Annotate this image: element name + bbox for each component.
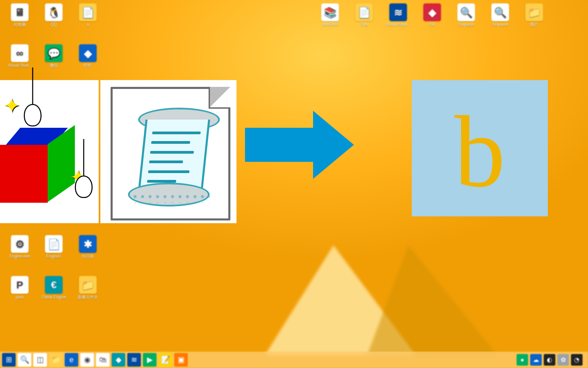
app-icon: 🖥 (11, 3, 29, 21)
desktop-icon[interactable]: 📄Tips (350, 3, 378, 27)
icon-label: Git (419, 22, 446, 27)
desktop-icon[interactable]: 📚WinRAR (316, 3, 344, 27)
icon-label: 微信 (40, 63, 67, 68)
chrome-button[interactable]: ◉ (80, 353, 94, 367)
tray-app-5[interactable]: ◔ (571, 354, 583, 366)
icon-label: Cheat Engine (40, 295, 67, 300)
vscode-button[interactable]: ≋ (127, 353, 141, 367)
desktop-icon[interactable]: ≋Visual Stud... (385, 3, 412, 27)
desktop-icon[interactable]: 📁新建文件夹 (74, 276, 101, 300)
app-icon: ⚙ (11, 235, 29, 253)
desktop[interactable]: 🖥此电脑🐧QQ📄a∞Visual Stud...💬微信◆钉钉 ⚙Engine.e… (0, 0, 588, 368)
icon-label: Visual Stud... (6, 63, 33, 68)
tray-app-4[interactable]: ✿ (557, 354, 569, 366)
overlay-arrow-right-icon (245, 109, 357, 181)
tray-app-2[interactable]: ☁ (530, 354, 542, 366)
app-icon: ✱ (79, 235, 97, 253)
app-icon: 📁 (79, 276, 97, 294)
icon-label: QQ (40, 22, 67, 27)
wallpaper-pyramid (265, 245, 538, 354)
desktop-icon[interactable]: 📄a (74, 3, 101, 27)
icon-label: WinRAR (316, 22, 344, 27)
desktop-icon[interactable]: ∞Visual Stud... (6, 44, 33, 68)
desktop-icon[interactable]: 🔍Snipaste (453, 3, 480, 27)
task-view-button[interactable]: ◫ (33, 353, 47, 367)
store-button[interactable]: 🛍 (96, 353, 110, 367)
desktop-icon[interactable]: 🐧QQ (40, 3, 67, 27)
tray-app-1[interactable]: ● (517, 354, 528, 366)
overlay-3d-cube-icon: ✦ ✦ (0, 80, 99, 223)
desktop-icon[interactable]: ✱向日葵 (74, 235, 101, 259)
tray-app-3[interactable]: ◐ (544, 354, 555, 366)
explorer-button[interactable]: 📁 (49, 353, 63, 367)
video-button[interactable]: ▣ (174, 353, 188, 367)
app-icon: 📁 (525, 3, 543, 21)
icon-label: 新建文件夹 (74, 295, 101, 300)
app-icon: P (11, 276, 29, 294)
edge-button[interactable]: e (65, 353, 78, 367)
icon-label: 钉钉 (74, 63, 101, 68)
search-button[interactable]: 🔍 (18, 353, 31, 367)
overlay-script-file-icon (100, 80, 236, 223)
desktop-icon[interactable]: 📄Engine2 (40, 235, 67, 259)
desktop-icon[interactable]: ◆Git (419, 3, 446, 27)
app-icon: ≋ (389, 3, 407, 21)
play-button[interactable]: ▶ (143, 353, 157, 367)
desktop-icon[interactable]: €Cheat Engine (40, 276, 67, 300)
app-icon: 📄 (79, 3, 97, 21)
icon-label: 图片 (521, 22, 548, 27)
desktop-icon[interactable]: ⚙Engine.exe (6, 235, 33, 259)
desktop-icon[interactable]: ◆钉钉 (74, 44, 101, 68)
icon-label: Engine.exe (6, 254, 33, 259)
icon-label: pixiv (6, 295, 33, 300)
icon-label: a (74, 22, 101, 27)
icon-label: 向日葵 (74, 254, 101, 259)
app-icon: 📄 (45, 235, 63, 253)
app-icon: 🔍 (491, 3, 509, 21)
app-icon: ◆ (79, 44, 97, 62)
b-tile-letter: b (454, 101, 505, 203)
desktop-icon[interactable]: Ppixiv (6, 276, 33, 300)
app-icon: 🔍 (457, 3, 475, 21)
taskbar: ⊞🔍◫📁e◉🛍◆≋▶📝▣ ●☁◐✿◔ (0, 352, 588, 368)
icon-label: Visual Stud... (385, 22, 412, 27)
notes-button[interactable]: 📝 (159, 353, 172, 367)
app-icon: ◆ (423, 3, 441, 21)
app-icon: 🐧 (45, 3, 63, 21)
app-icon: € (45, 276, 63, 294)
start-button[interactable]: ⊞ (2, 353, 16, 367)
app-icon: 📚 (321, 3, 339, 21)
icon-label: Engine2 (40, 254, 67, 259)
icon-label: Snipaste (453, 22, 480, 27)
app-icon: 💬 (45, 44, 63, 62)
icon-label: 此电脑 (6, 22, 33, 27)
app-icon: ∞ (11, 44, 29, 62)
icon-label: Tips (350, 22, 378, 27)
desktop-icon[interactable]: 🔍Snipaste (487, 3, 514, 27)
desktop-icon[interactable]: 🖥此电脑 (6, 3, 33, 27)
task-app[interactable]: ◆ (112, 353, 125, 367)
app-icon: 📄 (355, 3, 373, 21)
overlay-b-tile: b (412, 80, 548, 216)
desktop-icon[interactable]: 💬微信 (40, 44, 67, 68)
desktop-icon[interactable]: 📁图片 (521, 3, 548, 27)
icon-label: Snipaste (487, 22, 514, 27)
